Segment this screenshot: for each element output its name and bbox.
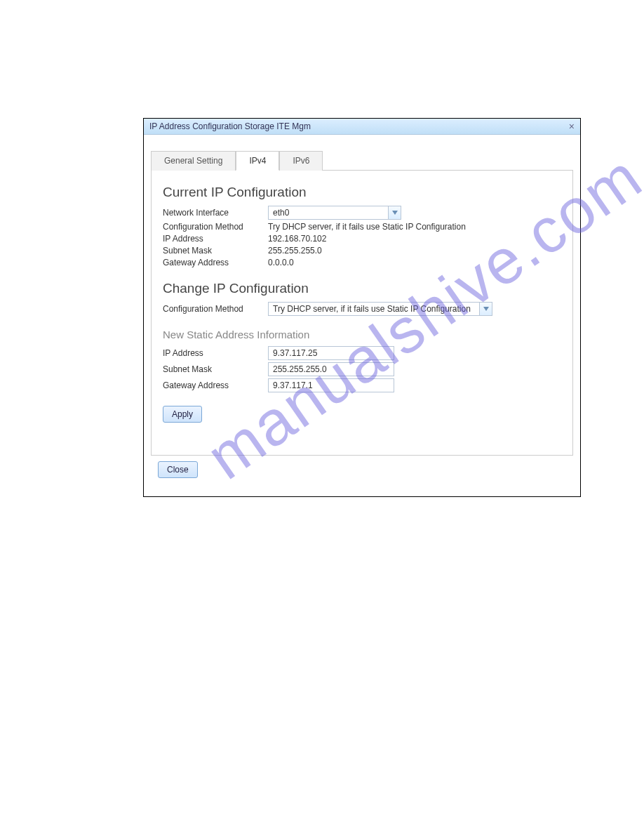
ipv4-panel: Current IP Configuration Network Interfa…: [151, 171, 573, 456]
change-config-method-select[interactable]: [268, 302, 492, 316]
current-gateway-label: Gateway Address: [163, 258, 268, 267]
current-subnet-label: Subnet Mask: [163, 246, 268, 256]
network-interface-value[interactable]: [269, 206, 388, 219]
change-config-method-label: Configuration Method: [163, 304, 268, 314]
row-new-gateway: Gateway Address: [163, 378, 561, 392]
row-current-config-method: Configuration Method Try DHCP server, if…: [163, 222, 561, 232]
row-change-config-method: Configuration Method: [163, 302, 561, 316]
current-config-heading: Current IP Configuration: [163, 185, 561, 200]
new-subnet-label: Subnet Mask: [163, 364, 268, 374]
row-network-interface: Network Interface: [163, 206, 561, 220]
tab-bar: General Setting IPv4 IPv6: [151, 150, 573, 171]
new-subnet-input[interactable]: [268, 362, 394, 376]
row-current-ip: IP Address 192.168.70.102: [163, 234, 561, 244]
network-interface-label: Network Interface: [163, 208, 268, 218]
new-gateway-input[interactable]: [268, 378, 394, 392]
close-icon[interactable]: ×: [569, 121, 575, 131]
current-subnet-value: 255.255.255.0: [268, 246, 322, 256]
new-gateway-label: Gateway Address: [163, 380, 268, 390]
network-interface-select[interactable]: [268, 206, 401, 220]
chevron-down-icon[interactable]: [388, 206, 401, 219]
tab-ipv6[interactable]: IPv6: [279, 151, 323, 171]
current-gateway-value: 0.0.0.0: [268, 258, 294, 267]
apply-button[interactable]: Apply: [163, 406, 202, 423]
current-config-method-value: Try DHCP server, if it fails use Static …: [268, 222, 466, 232]
dialog-footer: Close: [151, 456, 573, 486]
row-new-subnet: Subnet Mask: [163, 362, 561, 376]
current-ip-value: 192.168.70.102: [268, 234, 326, 244]
row-new-ip: IP Address: [163, 346, 561, 360]
tab-general-setting[interactable]: General Setting: [151, 151, 236, 171]
row-current-gateway: Gateway Address 0.0.0.0: [163, 258, 561, 267]
new-ip-label: IP Address: [163, 348, 268, 358]
dialog-title: IP Address Configuration Storage ITE Mgm: [149, 121, 311, 131]
new-static-heading: New Static Address Information: [163, 329, 561, 340]
row-current-subnet: Subnet Mask 255.255.255.0: [163, 246, 561, 256]
current-ip-label: IP Address: [163, 234, 268, 244]
dialog-body: General Setting IPv4 IPv6 Current IP Con…: [144, 135, 580, 496]
close-button[interactable]: Close: [158, 461, 198, 478]
tab-ipv4[interactable]: IPv4: [236, 151, 279, 171]
chevron-down-icon[interactable]: [479, 303, 492, 315]
dialog-titlebar: IP Address Configuration Storage ITE Mgm…: [144, 119, 580, 135]
ip-config-dialog: IP Address Configuration Storage ITE Mgm…: [143, 118, 581, 497]
change-config-method-value[interactable]: [269, 303, 479, 315]
new-ip-input[interactable]: [268, 346, 394, 360]
current-config-method-label: Configuration Method: [163, 222, 268, 232]
change-config-heading: Change IP Configuration: [163, 281, 561, 296]
